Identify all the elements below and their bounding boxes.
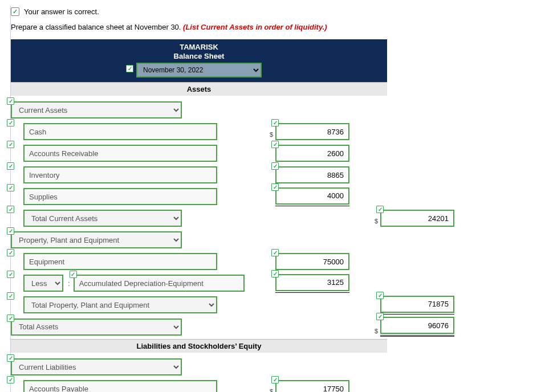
equip-value[interactable] <box>275 253 349 270</box>
tca-value[interactable] <box>380 210 454 227</box>
company-name: TAMARISK <box>11 43 387 51</box>
check-icon: ✓ <box>271 270 279 277</box>
inv-label[interactable] <box>23 166 217 183</box>
adep-value[interactable] <box>275 274 349 291</box>
correct-check-icon: ✓ <box>11 7 19 16</box>
dollar-sign: $ <box>270 131 273 138</box>
check-icon: ✓ <box>70 271 77 278</box>
ppe-select[interactable]: Property, Plant and Equipment <box>11 231 182 248</box>
check-icon: ✓ <box>7 119 14 126</box>
cl-select[interactable]: Current Liabilities <box>11 358 182 375</box>
sup-label[interactable] <box>23 188 217 205</box>
check-icon: ✓ <box>7 206 14 213</box>
check-icon: ✓ <box>376 292 384 299</box>
check-icon: ✓ <box>7 376 14 383</box>
tppe-value[interactable] <box>380 296 454 313</box>
less-select[interactable]: Less <box>23 275 63 292</box>
sheet-title: Balance Sheet <box>11 52 387 60</box>
dollar-sign: $ <box>270 388 273 392</box>
check-icon: ✓ <box>376 313 384 320</box>
check-icon: ✓ <box>271 376 279 383</box>
check-icon: ✓ <box>7 292 14 300</box>
check-icon: ✓ <box>7 354 14 362</box>
dollar-sign: $ <box>375 328 378 334</box>
check-icon: ✓ <box>7 141 14 148</box>
tppe-select[interactable]: Total Property, Plant and Equipment <box>23 296 217 313</box>
cash-value[interactable] <box>275 123 349 140</box>
sup-value[interactable] <box>275 187 349 205</box>
check-icon: ✓ <box>271 249 279 256</box>
inv-value[interactable] <box>275 166 349 183</box>
tca-select[interactable]: Total Current Assets <box>23 210 182 227</box>
balance-sheet: TAMARISK Balance Sheet ✓ November 30, 20… <box>11 39 387 392</box>
ta-value[interactable] <box>380 317 454 334</box>
check-icon: ✓ <box>271 119 279 126</box>
adep-label[interactable] <box>74 275 245 292</box>
dollar-sign: $ <box>375 218 378 224</box>
instruction: Prepare a classified balance sheet at No… <box>11 23 527 31</box>
ap-value[interactable] <box>275 380 349 392</box>
check-icon: ✓ <box>7 271 14 278</box>
check-icon: ✓ <box>126 65 133 72</box>
section-assets: Assets <box>11 82 387 96</box>
cash-label[interactable] <box>23 123 217 140</box>
check-icon: ✓ <box>7 162 14 170</box>
check-icon: ✓ <box>7 97 14 105</box>
check-icon: ✓ <box>7 249 14 256</box>
ar-value[interactable] <box>275 145 349 162</box>
check-icon: ✓ <box>7 315 14 322</box>
check-icon: ✓ <box>376 206 384 213</box>
section-liab-eq: Liabilities and Stockholders’ Equity <box>11 339 387 353</box>
check-icon: ✓ <box>271 162 279 170</box>
check-icon: ✓ <box>7 227 14 235</box>
date-select-wrap: ✓ November 30, 2022 <box>136 63 262 77</box>
check-icon: ✓ <box>7 184 14 191</box>
feedback-text: Your answer is correct. <box>24 7 99 16</box>
sheet-header: TAMARISK Balance Sheet ✓ November 30, 20… <box>11 39 387 82</box>
check-icon: ✓ <box>271 183 279 191</box>
ar-label[interactable] <box>23 145 217 162</box>
equip-label[interactable] <box>23 253 217 270</box>
ta-select[interactable]: Total Assets <box>11 318 182 336</box>
ap-label[interactable] <box>23 380 217 392</box>
date-select[interactable]: November 30, 2022 <box>136 63 262 77</box>
current-assets-select[interactable]: Current Assets <box>11 101 182 119</box>
check-icon: ✓ <box>271 141 279 148</box>
